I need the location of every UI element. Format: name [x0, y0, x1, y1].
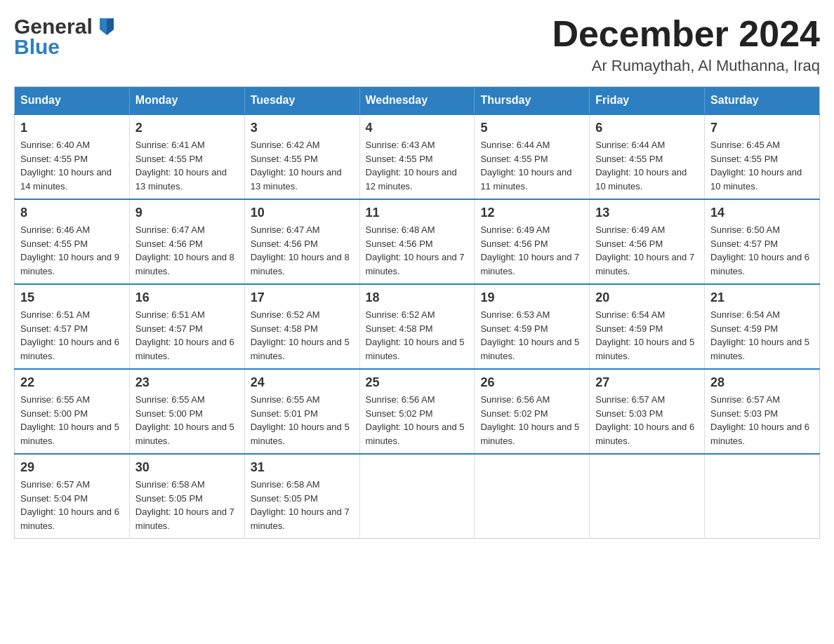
- daylight-label: Daylight: 10 hours and 5 minutes.: [366, 422, 465, 446]
- daylight-label: Daylight: 10 hours and 7 minutes.: [366, 252, 465, 276]
- calendar-cell: 19 Sunrise: 6:53 AM Sunset: 4:59 PM Dayl…: [475, 284, 590, 369]
- sunrise-label: Sunrise: 6:55 AM: [251, 394, 320, 405]
- day-info: Sunrise: 6:58 AM Sunset: 5:05 PM Dayligh…: [251, 478, 354, 532]
- sunset-label: Sunset: 5:04 PM: [20, 493, 88, 504]
- calendar-week-row: 22 Sunrise: 6:55 AM Sunset: 5:00 PM Dayl…: [15, 369, 820, 454]
- daylight-label: Daylight: 10 hours and 10 minutes.: [595, 167, 687, 192]
- calendar-cell: 27 Sunrise: 6:57 AM Sunset: 5:03 PM Dayl…: [590, 369, 705, 454]
- day-info: Sunrise: 6:47 AM Sunset: 4:56 PM Dayligh…: [135, 223, 239, 278]
- calendar-cell: 16 Sunrise: 6:51 AM Sunset: 4:57 PM Dayl…: [129, 284, 244, 369]
- calendar-cell: 2 Sunrise: 6:41 AM Sunset: 4:55 PM Dayli…: [129, 114, 244, 199]
- sunrise-label: Sunrise: 6:51 AM: [135, 309, 205, 320]
- day-number: 15: [20, 290, 124, 305]
- calendar-cell: 26 Sunrise: 6:56 AM Sunset: 5:02 PM Dayl…: [475, 369, 590, 454]
- sunset-label: Sunset: 4:55 PM: [135, 154, 203, 164]
- daylight-label: Daylight: 10 hours and 7 minutes.: [135, 507, 234, 531]
- sunrise-label: Sunrise: 6:40 AM: [20, 140, 90, 150]
- day-info: Sunrise: 6:56 AM Sunset: 5:02 PM Dayligh…: [480, 393, 583, 448]
- daylight-label: Daylight: 10 hours and 13 minutes.: [251, 167, 342, 192]
- day-number: 8: [20, 206, 124, 220]
- day-number: 5: [480, 121, 583, 135]
- day-number: 25: [366, 375, 469, 390]
- day-number: 7: [710, 121, 814, 135]
- sunrise-label: Sunrise: 6:56 AM: [366, 394, 435, 405]
- logo-blue: Blue: [14, 36, 60, 58]
- sunset-label: Sunset: 4:57 PM: [20, 323, 88, 334]
- day-number: 20: [595, 290, 699, 305]
- day-number: 29: [20, 460, 124, 475]
- sunrise-label: Sunrise: 6:55 AM: [135, 394, 205, 405]
- day-info: Sunrise: 6:46 AM Sunset: 4:55 PM Dayligh…: [20, 223, 124, 278]
- sunrise-label: Sunrise: 6:57 AM: [710, 394, 780, 405]
- sunrise-label: Sunrise: 6:57 AM: [20, 479, 90, 490]
- daylight-label: Daylight: 10 hours and 6 minutes.: [20, 337, 119, 361]
- sunset-label: Sunset: 4:56 PM: [480, 239, 548, 249]
- sunset-label: Sunset: 4:56 PM: [595, 239, 663, 249]
- daylight-label: Daylight: 10 hours and 5 minutes.: [480, 337, 579, 361]
- sunset-label: Sunset: 4:57 PM: [710, 239, 778, 249]
- calendar-cell: 22 Sunrise: 6:55 AM Sunset: 5:00 PM Dayl…: [15, 369, 130, 454]
- daylight-label: Daylight: 10 hours and 6 minutes.: [710, 422, 809, 446]
- day-number: 3: [251, 121, 354, 135]
- calendar-cell: [475, 454, 590, 539]
- calendar-cell: 10 Sunrise: 6:47 AM Sunset: 4:56 PM Dayl…: [244, 199, 359, 284]
- day-number: 30: [135, 460, 239, 475]
- daylight-label: Daylight: 10 hours and 9 minutes.: [20, 252, 119, 276]
- daylight-label: Daylight: 10 hours and 10 minutes.: [710, 167, 802, 192]
- day-header-saturday: Saturday: [705, 87, 820, 115]
- calendar-cell: 30 Sunrise: 6:58 AM Sunset: 5:05 PM Dayl…: [129, 454, 244, 539]
- title-block: December 2024 Ar Rumaythah, Al Muthanna,…: [552, 14, 820, 75]
- calendar-cell: 24 Sunrise: 6:55 AM Sunset: 5:01 PM Dayl…: [244, 369, 359, 454]
- daylight-label: Daylight: 10 hours and 5 minutes.: [480, 422, 579, 446]
- sunrise-label: Sunrise: 6:47 AM: [251, 224, 320, 235]
- daylight-label: Daylight: 10 hours and 11 minutes.: [480, 167, 571, 192]
- day-number: 1: [20, 121, 124, 135]
- daylight-label: Daylight: 10 hours and 5 minutes.: [20, 422, 119, 446]
- page-header: General Blue December 2024 Ar Rumaythah,…: [14, 14, 820, 75]
- sunset-label: Sunset: 5:00 PM: [20, 408, 88, 419]
- day-number: 24: [251, 375, 354, 390]
- day-info: Sunrise: 6:54 AM Sunset: 4:59 PM Dayligh…: [595, 308, 699, 363]
- day-header-monday: Monday: [129, 87, 244, 115]
- day-info: Sunrise: 6:45 AM Sunset: 4:55 PM Dayligh…: [710, 138, 814, 193]
- calendar-header-row: SundayMondayTuesdayWednesdayThursdayFrid…: [15, 87, 820, 115]
- calendar-week-row: 29 Sunrise: 6:57 AM Sunset: 5:04 PM Dayl…: [15, 454, 820, 539]
- day-info: Sunrise: 6:57 AM Sunset: 5:03 PM Dayligh…: [595, 393, 699, 448]
- day-header-sunday: Sunday: [15, 87, 130, 115]
- day-header-wednesday: Wednesday: [359, 87, 475, 115]
- calendar-cell: 20 Sunrise: 6:54 AM Sunset: 4:59 PM Dayl…: [590, 284, 705, 369]
- sunset-label: Sunset: 4:56 PM: [251, 239, 318, 249]
- sunset-label: Sunset: 5:02 PM: [366, 408, 433, 419]
- day-info: Sunrise: 6:44 AM Sunset: 4:55 PM Dayligh…: [480, 138, 583, 193]
- daylight-label: Daylight: 10 hours and 6 minutes.: [20, 507, 119, 531]
- daylight-label: Daylight: 10 hours and 5 minutes.: [710, 337, 809, 361]
- logo-icon: [94, 14, 119, 39]
- day-number: 27: [595, 375, 699, 390]
- sunrise-label: Sunrise: 6:52 AM: [366, 309, 435, 320]
- calendar-cell: 29 Sunrise: 6:57 AM Sunset: 5:04 PM Dayl…: [15, 454, 130, 539]
- sunset-label: Sunset: 5:05 PM: [251, 493, 318, 504]
- day-info: Sunrise: 6:57 AM Sunset: 5:03 PM Dayligh…: [710, 393, 814, 448]
- day-number: 19: [480, 290, 583, 305]
- sunrise-label: Sunrise: 6:44 AM: [595, 140, 665, 150]
- page-title: December 2024: [552, 14, 820, 54]
- sunset-label: Sunset: 4:58 PM: [251, 323, 318, 334]
- day-info: Sunrise: 6:49 AM Sunset: 4:56 PM Dayligh…: [595, 223, 699, 278]
- sunset-label: Sunset: 4:56 PM: [135, 239, 203, 249]
- daylight-label: Daylight: 10 hours and 14 minutes.: [20, 167, 112, 192]
- day-info: Sunrise: 6:55 AM Sunset: 5:00 PM Dayligh…: [135, 393, 239, 448]
- sunrise-label: Sunrise: 6:46 AM: [20, 224, 90, 235]
- calendar-cell: [590, 454, 705, 539]
- day-header-thursday: Thursday: [475, 87, 590, 115]
- calendar-cell: 14 Sunrise: 6:50 AM Sunset: 4:57 PM Dayl…: [705, 199, 820, 284]
- day-info: Sunrise: 6:57 AM Sunset: 5:04 PM Dayligh…: [20, 478, 124, 532]
- calendar-cell: 1 Sunrise: 6:40 AM Sunset: 4:55 PM Dayli…: [15, 114, 130, 199]
- calendar-cell: 12 Sunrise: 6:49 AM Sunset: 4:56 PM Dayl…: [475, 199, 590, 284]
- day-number: 13: [595, 206, 699, 220]
- calendar-cell: 28 Sunrise: 6:57 AM Sunset: 5:03 PM Dayl…: [705, 369, 820, 454]
- sunset-label: Sunset: 5:03 PM: [595, 408, 663, 419]
- sunset-label: Sunset: 5:05 PM: [135, 493, 203, 504]
- sunset-label: Sunset: 4:56 PM: [366, 239, 433, 249]
- calendar-cell: 18 Sunrise: 6:52 AM Sunset: 4:58 PM Dayl…: [359, 284, 475, 369]
- calendar-cell: 23 Sunrise: 6:55 AM Sunset: 5:00 PM Dayl…: [129, 369, 244, 454]
